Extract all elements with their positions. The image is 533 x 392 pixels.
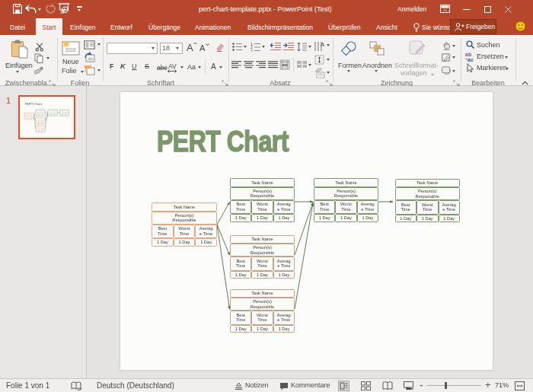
svg-text:ac: ac	[468, 57, 474, 62]
svg-text:A: A	[187, 42, 193, 52]
svg-text:PERT Chart: PERT Chart	[25, 102, 43, 106]
svg-text:3: 3	[251, 49, 253, 53]
svg-text:A: A	[321, 41, 324, 48]
svg-text:A: A	[199, 43, 206, 52]
